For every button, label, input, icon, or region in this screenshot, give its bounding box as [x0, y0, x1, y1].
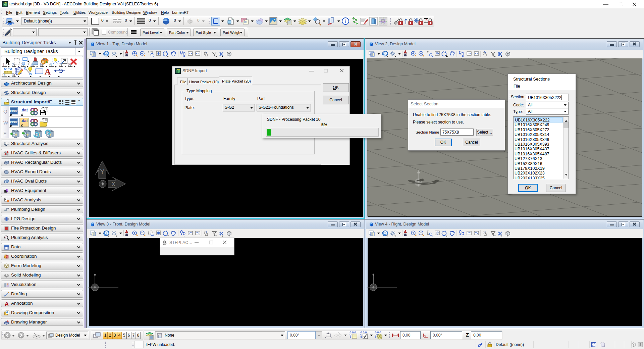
svg-text:6: 6	[49, 62, 52, 67]
svg-text:X: X	[111, 181, 115, 188]
svg-text:8: 8	[68, 62, 70, 67]
svg-text:Y: Y	[100, 168, 104, 175]
svg-text:i: i	[345, 19, 346, 24]
svg-text:2: 2	[12, 62, 14, 67]
svg-text:4: 4	[31, 62, 33, 67]
svg-text:CIS/2: CIS/2	[10, 120, 18, 124]
svg-text:A: A	[5, 301, 9, 306]
svg-text:.dat: .dat	[20, 118, 28, 123]
svg-text:A: A	[45, 67, 51, 76]
svg-text:1: 1	[2, 62, 5, 67]
svg-text:7: 7	[59, 62, 61, 67]
svg-text:CIS/2: CIS/2	[10, 109, 18, 113]
svg-text:.dat: .dat	[20, 108, 28, 112]
